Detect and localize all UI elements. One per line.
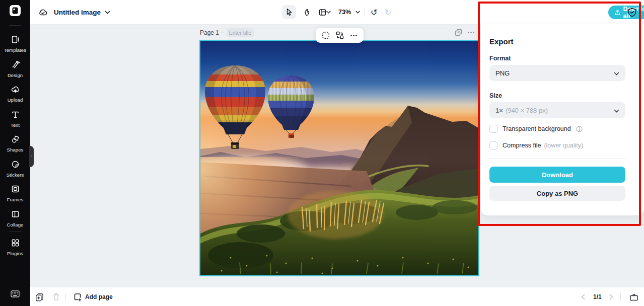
hand-icon — [304, 8, 311, 16]
floating-toolbar — [316, 28, 364, 43]
sidebar-item-plugins[interactable]: Plugins — [0, 239, 30, 257]
sidebar-item-frames[interactable]: Frames — [0, 185, 30, 203]
sidebar-item-templates[interactable]: Templates — [0, 35, 30, 54]
size-dimensions: (940 × 788 px) — [506, 107, 548, 114]
sidebar-item-stickers[interactable]: Stickers — [0, 160, 30, 179]
footer-divider — [620, 293, 621, 301]
page-title-row: Page 1 – — [200, 28, 254, 37]
undo-button[interactable]: ↺ — [371, 0, 377, 24]
select-tool-button[interactable] — [282, 5, 296, 19]
format-label: Format — [489, 55, 511, 62]
layout-chevron-icon[interactable] — [326, 0, 331, 24]
zoom-level[interactable]: 73% — [338, 0, 351, 24]
format-value: PNG — [495, 69, 510, 77]
compress-file-label: Compress file — [503, 142, 541, 149]
stickers-icon — [11, 160, 20, 169]
app-logo[interactable] — [10, 5, 21, 16]
info-icon[interactable] — [576, 126, 583, 132]
sidebar-flyout-handle[interactable]: › — [29, 146, 34, 167]
format-chevron-icon — [614, 69, 619, 77]
size-multiplier: 1× — [495, 107, 503, 114]
footer-divider — [65, 293, 66, 301]
app-window: Templates Design Upload Text Shapes — [0, 0, 644, 306]
left-sidebar: Templates Design Upload Text Shapes — [0, 0, 30, 306]
size-label: Size — [489, 92, 502, 99]
title-menu-chevron-icon[interactable] — [105, 0, 110, 24]
document-title[interactable]: Untitled image — [54, 0, 101, 24]
delete-page-button[interactable] — [52, 287, 60, 306]
duplicate-page-button[interactable] — [35, 287, 44, 306]
zoom-chevron-icon[interactable] — [355, 0, 360, 24]
sidebar-item-label: Shapes — [7, 147, 24, 152]
page-label: Page 1 — [200, 29, 219, 36]
page-indicator: 1/1 — [593, 287, 602, 306]
sidebar-divider — [9, 231, 21, 232]
page-more-icon[interactable] — [467, 29, 475, 36]
templates-icon — [11, 35, 20, 44]
design-icon — [11, 60, 20, 69]
canvas-image-balloons-mountains — [200, 41, 478, 275]
top-toolbar: Untitled image 73% ↺ ↻ — [30, 0, 644, 25]
collage-icon — [11, 210, 20, 218]
sidebar-item-label: Plugins — [7, 251, 23, 256]
transparent-background-checkbox[interactable] — [489, 125, 497, 133]
bottom-bar: Add page 1/1 — [30, 287, 644, 306]
size-select[interactable]: 1× (940 × 788 px) — [489, 102, 625, 118]
size-chevron-icon — [614, 107, 619, 114]
download-button[interactable]: Download — [489, 167, 625, 183]
sidebar-item-collage[interactable]: Collage — [0, 210, 30, 228]
sidebar-item-label: Collage — [7, 222, 24, 227]
sidebar-divider — [9, 25, 21, 26]
duplicate-icon — [35, 293, 44, 301]
duplicate-page-icon[interactable] — [455, 29, 462, 36]
compress-file-note: (lower quality) — [544, 142, 583, 149]
add-page-icon — [74, 293, 82, 301]
next-page-button[interactable] — [609, 287, 613, 306]
plugins-icon — [11, 239, 20, 247]
transparent-background-row: Transparent background — [489, 125, 583, 133]
copy-as-png-button[interactable]: Copy as PNG — [489, 186, 625, 201]
sidebar-item-label: Design — [8, 72, 23, 78]
pan-tool-button[interactable] — [300, 5, 314, 19]
sidebar-item-text[interactable]: Text — [0, 110, 30, 129]
panel-divider — [489, 158, 625, 159]
toolbar-divider — [365, 8, 365, 16]
page-title-input[interactable] — [227, 28, 254, 37]
sidebar-item-label: Text — [11, 122, 20, 128]
upload-icon — [11, 85, 20, 94]
sidebar-item-label: Stickers — [7, 172, 24, 178]
logo-glyph — [12, 7, 18, 14]
prev-page-button[interactable] — [581, 287, 585, 306]
swap-replace-icon[interactable] — [336, 31, 344, 39]
privacy-shield-icon[interactable] — [627, 0, 637, 24]
trash-icon — [52, 293, 60, 301]
export-heading: Export — [489, 37, 514, 46]
present-button[interactable] — [629, 287, 638, 306]
cursor-icon — [285, 8, 293, 16]
shapes-icon — [11, 135, 20, 143]
canvas-page[interactable] — [199, 40, 479, 276]
redo-button[interactable]: ↻ — [385, 0, 391, 24]
compress-file-checkbox[interactable] — [489, 141, 497, 149]
download-all-button[interactable]: Download all — [608, 6, 644, 19]
page-label-separator: – — [221, 29, 225, 36]
sidebar-item-upload[interactable]: Upload — [0, 85, 30, 104]
more-options-icon[interactable] — [350, 32, 357, 39]
sidebar-item-shapes[interactable]: Shapes — [0, 135, 30, 154]
sidebar-item-label: Frames — [7, 197, 24, 202]
compress-file-row: Compress file (lower quality) — [489, 141, 583, 149]
add-page-button[interactable]: Add page — [74, 287, 113, 306]
export-panel: Export Format PNG Size 1× (940 × 788 px)… — [481, 24, 644, 215]
sidebar-item-label: Upload — [8, 97, 23, 103]
present-icon — [629, 293, 638, 301]
sidebar-item-design[interactable]: Design — [0, 60, 30, 79]
text-icon — [11, 110, 20, 119]
add-page-label: Add page — [85, 293, 113, 300]
keyboard-shortcuts-icon[interactable] — [11, 290, 20, 299]
frames-icon — [11, 185, 20, 193]
page-corner-tools — [455, 29, 475, 36]
layout-icon — [319, 9, 326, 16]
cloud-sync-icon — [38, 0, 48, 24]
format-select[interactable]: PNG — [489, 65, 625, 81]
marquee-select-icon[interactable] — [322, 31, 330, 39]
